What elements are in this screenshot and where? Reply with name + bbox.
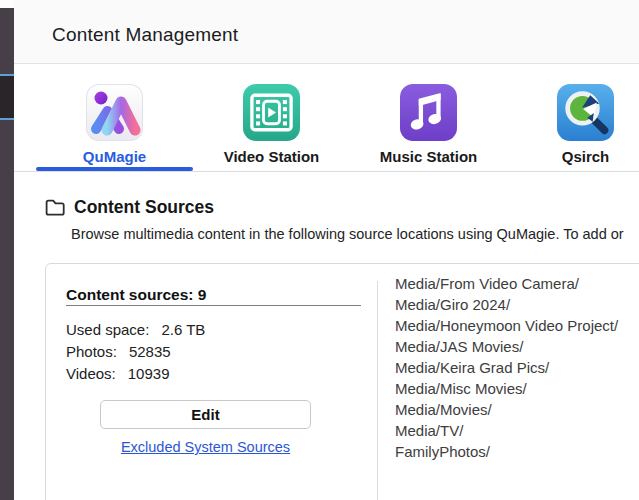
source-path: Media/JAS Movies/ — [395, 336, 618, 357]
card-stats-column: Content sources: 9 Used space: 2.6 TB Ph… — [46, 264, 377, 500]
section-title: Content Sources — [74, 197, 214, 218]
source-path: Media/Honeymoon Video Project/ — [395, 315, 618, 336]
tab-music-station[interactable]: Music Station — [350, 65, 507, 171]
stat-label: Used space: — [66, 321, 149, 338]
source-path: FamilyPhotos/ — [395, 441, 618, 462]
stat-videos: Videos: 10939 — [66, 365, 169, 382]
section-description: Browse multimedia content in the followi… — [71, 226, 624, 242]
source-path-list: Media/From Video Camera/ Media/Giro 2024… — [395, 273, 618, 462]
main-panel: Content Management — [14, 0, 639, 500]
source-path: Media/Giro 2024/ — [395, 294, 618, 315]
tab-label-qumagie: QuMagie — [83, 148, 146, 165]
content-sources-card: Content sources: 9 Used space: 2.6 TB Ph… — [45, 263, 639, 500]
tab-qsirch[interactable]: Qsirch — [507, 65, 639, 171]
stat-value: 2.6 TB — [161, 321, 205, 338]
stat-value: 52835 — [129, 343, 171, 360]
stat-used-space: Used space: 2.6 TB — [66, 321, 205, 338]
tab-label-video-station: Video Station — [224, 148, 320, 165]
music-station-app-icon — [400, 84, 457, 141]
excluded-system-sources-link[interactable]: Excluded System Sources — [100, 439, 311, 455]
content-management-window: Content Management — [0, 0, 639, 500]
stat-label: Photos: — [66, 343, 117, 360]
card-vertical-divider — [377, 281, 378, 500]
folder-icon — [45, 199, 65, 216]
title-bar: Content Management — [14, 0, 639, 64]
left-dark-strip — [0, 8, 14, 500]
video-station-app-icon — [243, 84, 300, 141]
source-path: Media/TV/ — [395, 420, 618, 441]
stat-value: 10939 — [128, 365, 170, 382]
tab-video-station[interactable]: Video Station — [193, 65, 350, 171]
active-tab-underline — [36, 167, 193, 171]
source-path: Media/Movies/ — [395, 399, 618, 420]
source-path: Media/Misc Movies/ — [395, 378, 618, 399]
source-path: Media/From Video Camera/ — [395, 273, 618, 294]
card-title-rule — [66, 305, 361, 306]
page-title: Content Management — [52, 25, 238, 45]
tab-label-qsirch: Qsirch — [562, 148, 610, 165]
source-path: Media/Keira Grad Pics/ — [395, 357, 618, 378]
tab-qumagie[interactable]: QuMagie — [36, 65, 193, 171]
section-header: Content Sources — [45, 197, 214, 218]
stat-photos: Photos: 52835 — [66, 343, 171, 360]
qumagie-app-icon — [86, 84, 143, 141]
app-tab-bar: QuMagie — [14, 65, 639, 172]
content-area: Content Sources Browse multimedia conten… — [14, 172, 639, 500]
edit-button[interactable]: Edit — [100, 400, 311, 429]
stat-label: Videos: — [66, 365, 116, 382]
card-title: Content sources: 9 — [66, 286, 206, 304]
qsirch-app-icon — [557, 84, 614, 141]
tab-label-music-station: Music Station — [380, 148, 478, 165]
